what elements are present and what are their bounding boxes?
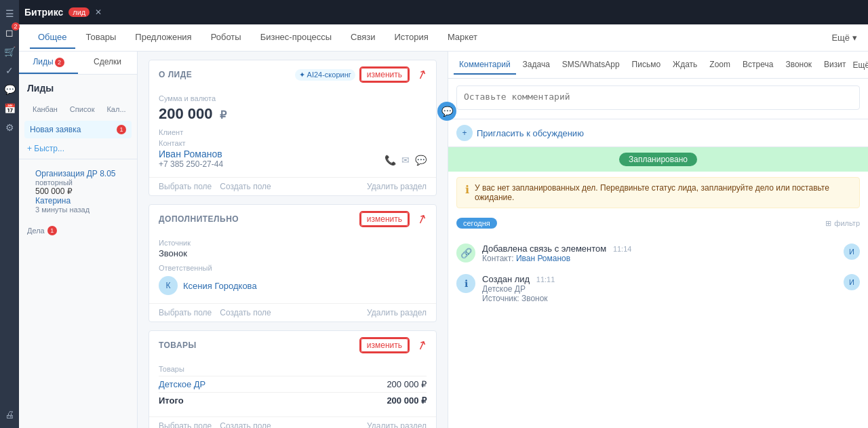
- dopolnitelno-footer: Выбрать поле Создать поле Удалить раздел: [149, 303, 436, 322]
- activity-contact-link[interactable]: Иван Романов: [516, 254, 570, 263]
- cart-icon[interactable]: 🛒: [1, 43, 18, 60]
- tab-zhdat[interactable]: Ждать: [667, 56, 703, 75]
- deal-name[interactable]: Организация ДР 8.05: [35, 169, 121, 178]
- activity-body-created: Создан лид 11:11 Детское ДР Источник: Зв…: [482, 274, 837, 303]
- printer-icon[interactable]: 🖨: [1, 406, 18, 423]
- total-label-cell: Итого: [159, 393, 304, 409]
- crm-icon[interactable]: ◻2: [1, 24, 18, 41]
- invite-link[interactable]: Пригласить к обсуждению: [477, 128, 584, 138]
- tab-vstrecha[interactable]: Встреча: [737, 56, 778, 75]
- tab-istoriya[interactable]: История: [386, 26, 436, 49]
- tab-esche-right[interactable]: Ещё ▾: [853, 60, 868, 70]
- source-label: Источник: [159, 239, 427, 247]
- sidebar-icons: ☰ ◻2 🛒 ✓ 💬 📅 ⚙ 🖨: [0, 0, 19, 428]
- tab-comment[interactable]: Комментарий: [454, 56, 516, 75]
- olide-body: Сумма и валюта 200 000 ₽ Клиент Контакт …: [149, 86, 436, 177]
- tab-predlozheniya[interactable]: Предложения: [127, 26, 199, 49]
- app-tag[interactable]: лид: [68, 7, 90, 17]
- filter-btn[interactable]: ⊞ фильтр: [825, 219, 860, 228]
- info-icon: ℹ: [465, 183, 469, 196]
- responsible-row: К Ксения Городкова: [159, 276, 427, 295]
- add-field-btn[interactable]: Выбрать поле: [159, 182, 212, 191]
- dopolnitelno-body: Источник Звонок Ответственный К Ксения Г…: [149, 231, 436, 303]
- tasks-icon[interactable]: ✓: [1, 62, 18, 79]
- tab-task[interactable]: Задача: [517, 56, 555, 75]
- amount-col-header: [304, 362, 427, 376]
- tab-tovary[interactable]: Товары: [78, 26, 125, 49]
- olide-actions: ✦ AI24-скоринг изменить ↗: [295, 67, 427, 82]
- dopolnitelno-actions: изменить ↗: [361, 212, 427, 227]
- invite-row: + Пригласить к обсуждению: [448, 119, 868, 147]
- deal-amount: 500 000 ₽: [35, 187, 121, 196]
- total-amount-cell: 200 000 ₽: [304, 393, 427, 409]
- email-icon[interactable]: ✉: [401, 155, 410, 166]
- contact-icons: 📞 ✉ 💬: [384, 155, 427, 166]
- deal-person[interactable]: Катерина: [35, 196, 121, 206]
- dop-delete-section-btn[interactable]: Удалить раздел: [367, 308, 427, 317]
- tab-esche[interactable]: Ещё ▾: [831, 33, 857, 43]
- olide-edit-button[interactable]: изменить: [361, 68, 408, 81]
- dop-add-field-btn[interactable]: Выбрать поле: [159, 308, 212, 317]
- responsible-name[interactable]: Ксения Городкова: [183, 281, 257, 291]
- tab-obshchee[interactable]: Общее: [30, 26, 75, 49]
- deals-label: Дела 1: [19, 223, 137, 238]
- right-panel: 💬 Комментарий Задача SMS/WhatsApp Письмо…: [448, 52, 868, 428]
- activity-sub1-created: Детское ДР: [482, 284, 837, 294]
- product-link[interactable]: Детское ДР: [159, 379, 205, 389]
- dopolnitelno-edit-button[interactable]: изменить: [361, 212, 408, 226]
- calendar-icon[interactable]: 📅: [1, 100, 18, 117]
- add-quick-btn[interactable]: + Быстр...: [27, 144, 129, 153]
- tovary-section: ТОВАРЫ изменить ↗ Товары: [149, 330, 437, 428]
- settings-icon[interactable]: ⚙: [1, 119, 18, 136]
- tovary-actions: изменить ↗: [361, 338, 427, 353]
- create-field-btn[interactable]: Создать поле: [220, 182, 271, 191]
- contact-label: Контакт: [159, 139, 427, 147]
- tab-market[interactable]: Маркет: [439, 26, 486, 49]
- crm-tabs: Лиды2 Сделки: [19, 52, 137, 75]
- center-panel: о лиде ✦ AI24-скоринг изменить ↗ Сумма и…: [138, 52, 448, 428]
- menu-icon[interactable]: ☰: [1, 5, 18, 22]
- arrow-indicator-2: ↗: [414, 210, 429, 228]
- activity-avatar-link: И: [844, 244, 860, 260]
- nav-section-new: Новая заявка 1: [19, 118, 137, 141]
- tab-zoom[interactable]: Zoom: [704, 56, 736, 75]
- tov-delete-section-btn[interactable]: Удалить раздел: [367, 421, 427, 428]
- close-tag-icon[interactable]: ✕: [95, 7, 102, 17]
- comment-input[interactable]: [456, 85, 860, 110]
- tab-pismo[interactable]: Письмо: [627, 56, 667, 75]
- dop-create-field-btn[interactable]: Создать поле: [220, 308, 271, 317]
- link-activity-icon: 🔗: [456, 244, 475, 262]
- tov-create-field-btn[interactable]: Создать поле: [220, 421, 271, 428]
- lidy-tab[interactable]: Лиды2: [19, 52, 78, 74]
- new-zayvka-item[interactable]: Новая заявка 1: [24, 121, 132, 138]
- amount-value: 200 000 ₽: [159, 105, 427, 123]
- delete-section-btn[interactable]: Удалить раздел: [367, 182, 427, 191]
- calendar-view-btn[interactable]: Кал...: [101, 103, 131, 115]
- activity-body-link: Добавлена связь с элементом 11:14 Контак…: [482, 244, 837, 263]
- activity-time-created: 11:11: [536, 275, 555, 284]
- kanban-view-btn[interactable]: Канбан: [27, 103, 63, 115]
- chat-icon[interactable]: 💬: [1, 81, 18, 98]
- source-value: Звонок: [159, 248, 427, 258]
- tab-biznes[interactable]: Бизнес-процессы: [252, 26, 340, 49]
- tab-svyazi[interactable]: Связи: [342, 26, 383, 49]
- olide-title: о лиде: [159, 70, 192, 79]
- arrow-indicator-3: ↗: [414, 336, 429, 354]
- tovary-edit-button[interactable]: изменить: [361, 338, 408, 352]
- tab-vizit[interactable]: Визит: [818, 56, 851, 75]
- tov-add-field-btn[interactable]: Выбрать поле: [159, 421, 212, 428]
- tab-zvonok[interactable]: Звонок: [780, 56, 817, 75]
- sdelki-tab[interactable]: Сделки: [78, 52, 137, 74]
- contact-name[interactable]: Иван Романов: [159, 149, 223, 159]
- list-view-btn[interactable]: Список: [64, 103, 100, 115]
- product-name-cell: Детское ДР: [159, 376, 304, 393]
- tab-sms[interactable]: SMS/WhatsApp: [557, 56, 625, 75]
- phone-icon[interactable]: 📞: [384, 155, 396, 166]
- today-divider: сегодня ⊞ фильтр: [448, 214, 868, 233]
- tab-roboty[interactable]: Роботы: [203, 26, 250, 49]
- product-col-header: Товары: [159, 362, 304, 376]
- table-row: Детское ДР 200 000 ₽: [159, 376, 427, 393]
- chat-contact-icon[interactable]: 💬: [415, 155, 427, 166]
- ai-scoring-badge[interactable]: ✦ AI24-скоринг: [295, 69, 355, 81]
- dopolnitelno-section: ДОПОЛНИТЕЛЬНО изменить ↗ Источник Звонок…: [149, 204, 437, 322]
